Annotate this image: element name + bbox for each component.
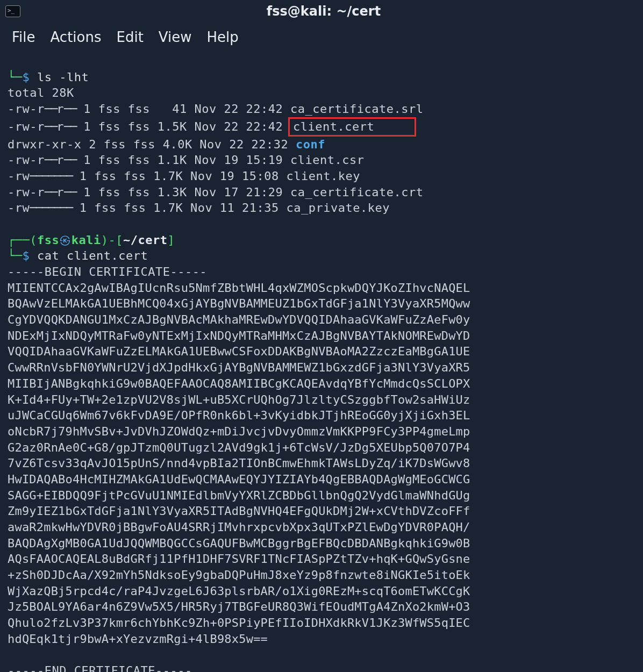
cert-begin: -----BEGIN CERTIFICATE----- bbox=[8, 265, 207, 278]
menubar: File Actions Edit View Help bbox=[0, 23, 643, 53]
file-name: client.key bbox=[287, 169, 360, 183]
directory-name: conf bbox=[296, 138, 325, 151]
terminal-output[interactable]: └─$ ls -lht total 28K -rw-r──r── 1 fss f… bbox=[0, 53, 643, 672]
window-title: fss@kali: ~/cert bbox=[26, 3, 638, 20]
file-name: ca_certificate.srl bbox=[290, 102, 423, 116]
file-name: ca_private.key bbox=[287, 201, 390, 215]
prompt-user: fss bbox=[37, 233, 59, 247]
terminal-icon bbox=[5, 5, 20, 17]
command-ls: ls -lht bbox=[37, 70, 89, 84]
menu-view[interactable]: View bbox=[159, 28, 192, 47]
cert-body: MIIENTCCAx2gAwIBAgIUcnRsu5NmfZBbtWHL4qxW… bbox=[8, 280, 635, 647]
cert-end: -----END CERTIFICATE----- bbox=[8, 664, 192, 672]
titlebar: fss@kali: ~/cert bbox=[0, 0, 643, 23]
menu-edit[interactable]: Edit bbox=[117, 28, 144, 47]
ls-listing: -rw-r──r── 1 fss fss 41 Nov 22 22:42 ca_… bbox=[8, 101, 635, 216]
file-name: ca_certificate.crt bbox=[290, 185, 423, 199]
highlighted-file: client.cert bbox=[288, 117, 416, 137]
file-name: client.csr bbox=[290, 153, 364, 167]
prompt-host: kali bbox=[72, 233, 101, 247]
command-cat: cat client.cert bbox=[37, 249, 148, 262]
menu-actions[interactable]: Actions bbox=[51, 28, 102, 47]
ls-total: total 28K bbox=[8, 86, 74, 99]
prompt-path: ~/cert bbox=[123, 233, 167, 247]
menu-help[interactable]: Help bbox=[207, 28, 239, 47]
menu-file[interactable]: File bbox=[12, 28, 35, 47]
